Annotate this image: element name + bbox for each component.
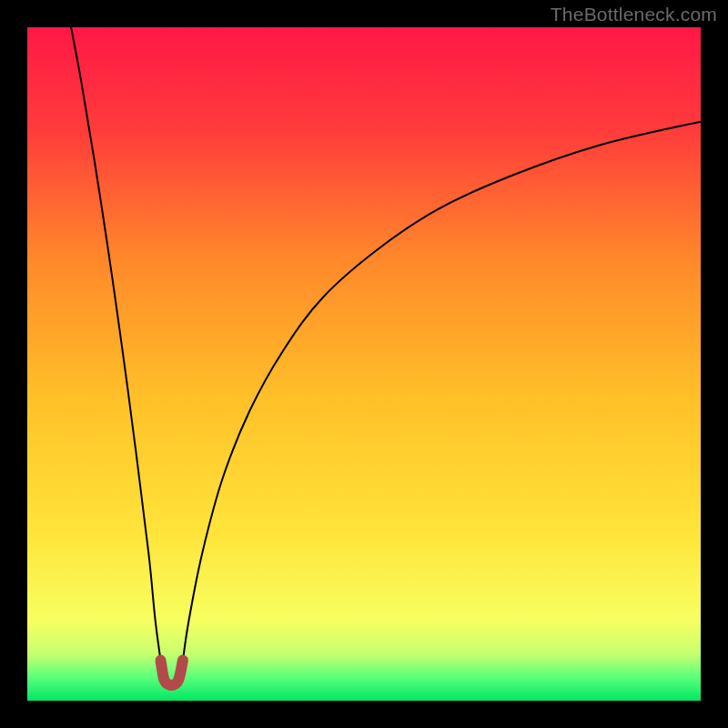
chart-frame: TheBottleneck.com [0,0,728,728]
watermark-text: TheBottleneck.com [551,4,717,25]
chart-svg [27,27,701,701]
chart-background [27,27,701,701]
chart-plot-area [27,27,701,701]
